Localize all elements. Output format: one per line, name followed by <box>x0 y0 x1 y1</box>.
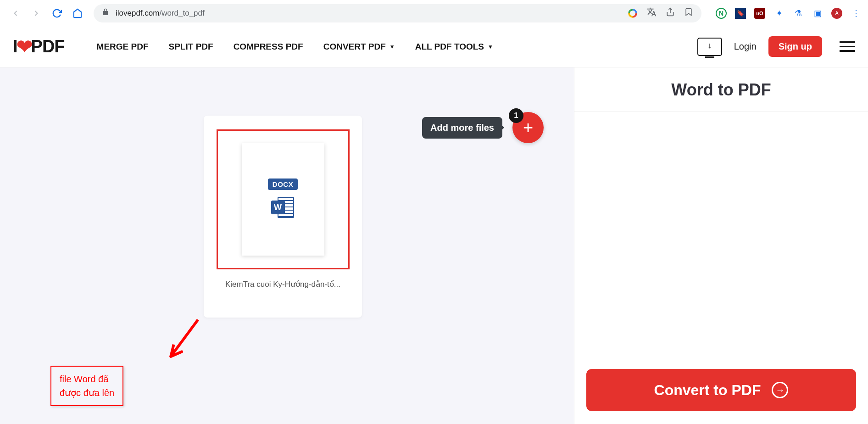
nav-split[interactable]: SPLIT PDF <box>169 42 213 52</box>
add-more-group: Add more files + 1 <box>422 112 544 143</box>
menu-button[interactable] <box>840 41 855 52</box>
lock-icon <box>102 8 109 18</box>
caret-down-icon: ▼ <box>488 44 493 50</box>
add-more-button[interactable]: + 1 <box>512 112 544 143</box>
forward-button[interactable] <box>27 4 45 22</box>
ext-ublock-icon[interactable]: uO <box>754 8 765 19</box>
ext-nginx-icon[interactable]: N <box>716 8 727 19</box>
signup-button[interactable]: Sign up <box>768 36 822 57</box>
google-icon[interactable] <box>628 9 637 18</box>
ext-blue-icon[interactable]: 🔖 <box>735 8 746 19</box>
address-bar[interactable]: ilovepdf.com/word_to_pdf <box>94 4 701 22</box>
reload-button[interactable] <box>48 4 66 22</box>
home-button[interactable] <box>68 4 87 22</box>
nav-compress[interactable]: COMPRESS PDF <box>234 42 303 52</box>
caret-down-icon: ▼ <box>389 44 395 50</box>
annotation-note: file Word đã được đưa lên <box>50 366 123 406</box>
annotation-line: được đưa lên <box>60 386 114 400</box>
side-panel: Word to PDF Convert to PDF → <box>574 67 868 424</box>
panel-title: Word to PDF <box>574 67 868 112</box>
site-logo[interactable]: I ❤ PDF <box>13 35 65 58</box>
arrow-right-icon: → <box>772 382 788 398</box>
file-count-badge: 1 <box>509 108 523 123</box>
word-icon: W <box>270 195 296 220</box>
file-preview-highlight: DOCX W <box>217 129 350 269</box>
ext-athena-icon[interactable]: A <box>831 8 842 19</box>
heart-icon: ❤ <box>17 35 32 58</box>
plus-icon: + <box>523 118 533 138</box>
ext-flask-icon[interactable]: ⚗ <box>793 8 804 19</box>
extensions-area: N 🔖 uO ✦ ⚗ ▣ A ⋮ <box>708 8 862 19</box>
annotation-line: file Word đã <box>60 372 114 386</box>
share-icon[interactable] <box>666 7 675 19</box>
translate-icon[interactable] <box>646 7 657 19</box>
site-header: I ❤ PDF MERGE PDF SPLIT PDF COMPRESS PDF… <box>0 26 868 67</box>
docx-tag: DOCX <box>268 179 298 190</box>
work-area: DOCX W KiemTra cuoi Ky-Hướng-dẫn-tổ... A… <box>0 67 574 424</box>
back-button[interactable] <box>6 4 25 22</box>
download-icon: ↓ <box>707 41 712 50</box>
main-nav: MERGE PDF SPLIT PDF COMPRESS PDF CONVERT… <box>97 42 493 52</box>
add-more-tooltip: Add more files <box>422 117 502 139</box>
nav-convert[interactable]: CONVERT PDF▼ <box>323 42 395 52</box>
convert-button[interactable]: Convert to PDF → <box>586 369 856 411</box>
desktop-app-button[interactable]: ↓ <box>697 38 722 56</box>
ext-panel-icon[interactable]: ▣ <box>812 8 823 19</box>
file-preview: DOCX W <box>242 143 324 256</box>
bookmark-icon[interactable] <box>684 7 693 19</box>
logo-suffix: PDF <box>31 37 65 56</box>
ext-puzzle-icon[interactable]: ✦ <box>773 8 785 19</box>
browser-toolbar: ilovepdf.com/word_to_pdf N 🔖 uO ✦ ⚗ ▣ A … <box>0 0 868 26</box>
content-area: DOCX W KiemTra cuoi Ky-Hướng-dẫn-tổ... A… <box>0 67 868 424</box>
nav-all-tools[interactable]: ALL PDF TOOLS▼ <box>415 42 493 52</box>
chrome-menu-icon[interactable]: ⋮ <box>851 8 862 19</box>
file-name: KiemTra cuoi Ky-Hướng-dẫn-tổ... <box>225 279 340 289</box>
nav-merge[interactable]: MERGE PDF <box>97 42 149 52</box>
panel-body <box>574 112 868 369</box>
file-card[interactable]: DOCX W KiemTra cuoi Ky-Hướng-dẫn-tổ... <box>204 116 362 318</box>
login-link[interactable]: Login <box>734 41 757 52</box>
convert-label: Convert to PDF <box>654 382 761 399</box>
url-text: ilovepdf.com/word_to_pdf <box>116 9 205 18</box>
annotation-arrow-icon <box>152 316 215 368</box>
